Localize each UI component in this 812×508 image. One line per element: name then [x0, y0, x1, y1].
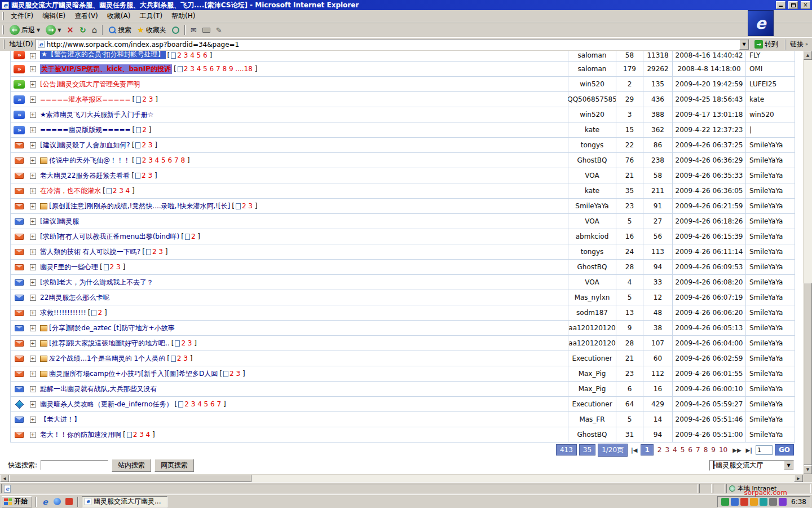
vertical-scrollbar[interactable]: ▲ ▼ — [803, 51, 812, 474]
last-poster[interactable]: SmileYaYa — [746, 351, 795, 366]
expand-plus-icon[interactable]: + — [30, 264, 36, 270]
topic-author[interactable]: GhostBQ — [568, 260, 616, 274]
expand-plus-icon[interactable]: + — [30, 279, 36, 286]
topic-author[interactable]: VOA — [568, 214, 616, 229]
favorites-button[interactable]: ★ 收藏夹 — [135, 24, 169, 36]
page-link-9[interactable]: 9 — [709, 445, 717, 455]
menu-item-5[interactable]: 帮助(H) — [167, 10, 200, 23]
expand-plus-icon[interactable]: + — [30, 371, 36, 377]
menu-item-3[interactable]: 收藏(A) — [103, 10, 135, 23]
last-poster[interactable]: kate — [746, 92, 795, 107]
menu-item-4[interactable]: 工具(T) — [135, 10, 167, 23]
topic-page-links[interactable]: [2 3 4 ] — [103, 187, 135, 195]
page-link-6[interactable]: 6 — [686, 445, 694, 455]
topic-link[interactable]: 22幽灵服怎么那么卡呢 — [40, 293, 109, 303]
expand-cell[interactable]: + — [28, 305, 38, 320]
topic-author[interactable]: sodm187 — [568, 305, 616, 320]
expand-cell[interactable]: + — [28, 244, 38, 259]
toolbar-grip[interactable] — [2, 12, 4, 20]
page-go-button[interactable]: GO — [775, 444, 794, 456]
menu-item-1[interactable]: 编辑(E) — [38, 10, 70, 23]
go-button[interactable]: → 转到 — [752, 39, 781, 50]
topic-link[interactable]: 关于被VIP/SP惩罚、kick、banIP的投诉 — [40, 64, 172, 74]
last-poster[interactable]: SmileYaYa — [746, 321, 795, 335]
last-poster[interactable]: SmileYaYa — [746, 168, 795, 183]
topic-link[interactable]: [推荐]跟大家說這張地圖t好守的地方吧.. — [49, 339, 170, 348]
page-link-2[interactable]: 2 — [656, 445, 664, 455]
expand-plus-icon[interactable]: + — [30, 340, 36, 347]
back-button[interactable]: ← 后退 ▼ — [7, 24, 42, 36]
topic-author[interactable]: win520 — [568, 77, 616, 91]
topic-link[interactable]: 老大幽灵22服务器赶紧去看看 — [40, 171, 130, 181]
expand-cell[interactable]: + — [28, 153, 38, 168]
start-button[interactable]: 开始 — [2, 496, 32, 507]
expand-plus-icon[interactable]: + — [30, 66, 36, 72]
tray-icon[interactable] — [750, 498, 758, 506]
expand-plus-icon[interactable]: + — [30, 234, 36, 240]
expand-plus-icon[interactable]: + — [30, 127, 36, 133]
board-select[interactable]: ┠幽灵服交流大厅 ▼ — [709, 460, 794, 471]
topic-author[interactable]: aa120120120 — [568, 321, 616, 335]
expand-cell[interactable]: + — [28, 214, 38, 229]
menu-item-0[interactable]: 文件(F) — [6, 10, 38, 23]
expand-plus-icon[interactable]: + — [30, 97, 36, 103]
expand-cell[interactable]: + — [28, 62, 38, 76]
topic-link[interactable]: 传说中的天外飞仙@！！！ — [49, 156, 130, 165]
scroll-up-icon[interactable]: ▲ — [804, 51, 812, 60]
minimize-button[interactable] — [776, 1, 785, 9]
first-page-icon[interactable]: |◀ — [630, 447, 638, 453]
quicklaunch-app-icon[interactable] — [64, 497, 74, 507]
topic-link[interactable]: =====灌水举报区===== — [40, 95, 131, 104]
back-dropdown-icon[interactable]: ▼ — [37, 28, 40, 33]
topic-link[interactable]: 发2个战绩...1个是当幽灵的 1个人类的 — [49, 354, 165, 364]
expand-cell[interactable]: + — [28, 199, 38, 213]
last-poster[interactable]: SmileYaYa — [746, 153, 795, 168]
last-poster[interactable]: SmileYaYa — [746, 397, 795, 411]
topic-author[interactable]: Executioner — [568, 351, 616, 366]
stop-button[interactable]: × — [64, 24, 76, 36]
expand-plus-icon[interactable]: + — [30, 53, 36, 59]
topic-author[interactable]: GhostBQ — [568, 427, 616, 442]
toolbar-grip[interactable] — [3, 40, 5, 49]
topic-page-links[interactable]: [2 3 4 5 6 7 8 ] — [132, 156, 190, 164]
forward-button[interactable]: → ▼ — [43, 24, 63, 36]
expand-cell[interactable]: + — [28, 290, 38, 305]
quick-search-input[interactable] — [41, 460, 108, 470]
last-poster[interactable]: | — [746, 122, 795, 137]
horizontal-scroll-thumb[interactable] — [9, 475, 251, 482]
expand-cell[interactable]: + — [28, 138, 38, 152]
topic-author[interactable]: Mas_nylxn — [568, 290, 616, 305]
expand-cell[interactable]: + — [28, 122, 38, 137]
expand-plus-icon[interactable]: + — [30, 356, 36, 362]
expand-plus-icon[interactable]: + — [30, 188, 36, 194]
last-poster[interactable]: LUFEI25 — [746, 77, 795, 91]
expand-cell[interactable]: + — [28, 183, 38, 198]
quicklaunch-media-icon[interactable] — [52, 497, 62, 507]
last-poster[interactable]: SmileYaYa — [746, 199, 795, 213]
topic-author[interactable]: Max_Pig — [568, 366, 616, 381]
address-dropdown-icon[interactable]: ▼ — [739, 40, 749, 50]
last-poster[interactable]: SmileYaYa — [746, 214, 795, 229]
topic-author[interactable]: abmkciod — [568, 229, 616, 244]
expand-cell[interactable]: + — [28, 427, 38, 442]
expand-plus-icon[interactable]: + — [30, 112, 36, 118]
topic-page-links[interactable]: [2 3 ] — [232, 202, 257, 210]
vertical-scroll-thumb[interactable] — [804, 283, 812, 465]
last-poster[interactable]: SmileYaYa — [746, 305, 795, 320]
topic-author[interactable]: QQ506857585 — [568, 92, 616, 107]
last-poster[interactable]: SmileYaYa — [746, 336, 795, 351]
page-link-7[interactable]: 7 — [694, 445, 702, 455]
topic-author[interactable]: kate — [568, 183, 616, 198]
last-poster[interactable]: SmileYaYa — [746, 427, 795, 442]
last-poster[interactable]: SmileYaYa — [746, 229, 795, 244]
refresh-button[interactable]: ↻ — [77, 24, 89, 36]
tray-icon[interactable] — [779, 498, 787, 506]
topic-page-links[interactable]: [2 3 ] — [132, 141, 157, 149]
topic-page-links[interactable]: [2 3 4 5 6 7 8 9 ....18 ] — [174, 65, 257, 73]
last-poster[interactable]: SmileYaYa — [746, 412, 795, 427]
expand-cell[interactable]: + — [28, 366, 38, 381]
site-search-button[interactable]: 站内搜索 — [112, 459, 151, 472]
topic-link[interactable]: [公告]幽灵交流大厅管理免责声明 — [40, 80, 140, 89]
expand-plus-icon[interactable]: + — [30, 203, 36, 209]
topic-page-links[interactable]: [2 3 ] — [133, 95, 158, 103]
